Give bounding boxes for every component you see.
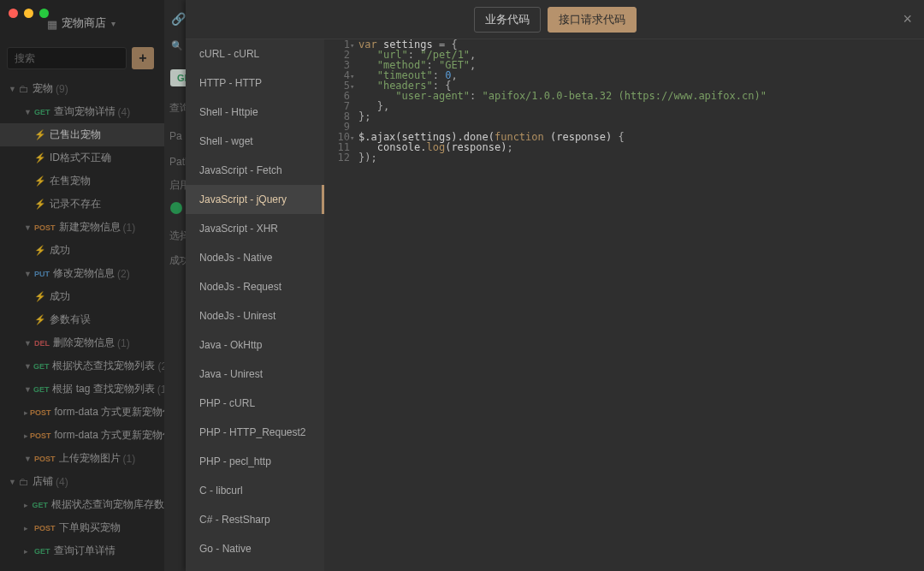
code-editor[interactable]: 123456789101112 var settings = { "url": … [324,39,924,571]
code-line: }); [358,152,767,163]
language-option[interactable]: cURL - cURL [186,39,324,68]
line-number: 2 [324,50,355,60]
code-line: }, [358,101,767,111]
line-number: 3 [324,60,355,70]
modal-header: 业务代码 接口请求代码 × [186,0,924,39]
language-option[interactable]: JavaScript - XHR [186,214,324,243]
code-line: }; [358,111,767,122]
language-option[interactable]: PHP - cURL [186,389,324,418]
window-controls [9,9,49,18]
language-option[interactable]: Go - Native [186,534,324,563]
close-icon[interactable]: × [903,10,912,28]
fold-icon[interactable]: ▾ [350,133,354,143]
fold-icon[interactable]: ▾ [350,81,354,92]
code-line: console.log(response); [358,142,767,152]
language-option[interactable]: NodeJs - Native [186,243,324,272]
maximize-window-icon[interactable] [39,9,49,18]
language-option[interactable]: PHP - HTTP_Request2 [186,418,324,447]
codegen-modal: 业务代码 接口请求代码 × cURL - cURLHTTP - HTTPShel… [186,0,924,571]
minimize-window-icon[interactable] [24,9,33,18]
language-option[interactable]: JavaScript - jQuery [186,185,324,214]
language-option[interactable]: JavaScript - Fetch [186,156,324,185]
code-content: var settings = { "url": "/pet/1", "metho… [358,39,767,163]
line-number: 6 [324,91,355,101]
language-option[interactable]: PHP - pecl_http [186,447,324,476]
tab-request-code[interactable]: 接口请求代码 [548,7,637,33]
language-option[interactable]: Java - Unirest [186,360,324,389]
language-option[interactable]: HTTP - HTTP [186,68,324,98]
language-option[interactable]: Shell - wget [186,127,324,156]
line-number: 8 [324,111,355,122]
language-option[interactable]: Shell - Httpie [186,98,324,127]
line-number: 12 [324,152,355,163]
language-list: cURL - cURLHTTP - HTTPShell - HttpieShel… [186,39,324,571]
fold-icon[interactable]: ▾ [350,40,354,51]
line-number-gutter: 123456789101112 [324,39,355,163]
fold-icon[interactable]: ▾ [350,71,354,81]
header-tabs: 业务代码 接口请求代码 [474,7,637,33]
tab-business-code[interactable]: 业务代码 [474,7,541,33]
language-option[interactable]: C - libcurl [186,476,324,505]
language-option[interactable]: Java - OkHttp [186,330,324,360]
language-option[interactable]: NodeJs - Unirest [186,301,324,330]
language-option[interactable]: C# - RestSharp [186,505,324,534]
language-option[interactable]: NodeJs - Request [186,272,324,301]
line-number: 7 [324,101,355,111]
close-window-icon[interactable] [9,9,18,18]
code-line: "user-agent": "apifox/1.0.0-beta.32 (htt… [358,91,767,101]
